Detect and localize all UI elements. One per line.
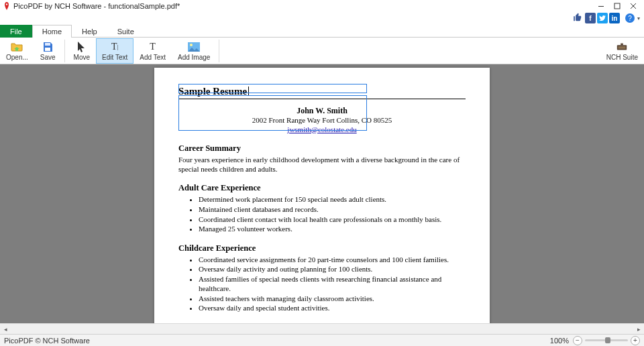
maximize-button[interactable] xyxy=(609,0,625,12)
zoom-in-button[interactable]: + xyxy=(631,336,640,345)
list-item[interactable]: Assisted teachers with managing daily cl… xyxy=(199,294,466,304)
list-item[interactable]: Assisted families of special needs clien… xyxy=(199,275,466,294)
open-folder-icon xyxy=(11,41,23,53)
doc-name[interactable]: John W. Smith xyxy=(178,106,466,116)
adult-bullets[interactable]: Determined work placement for 150 specia… xyxy=(178,195,466,234)
add-text-label: Add Text xyxy=(140,54,166,61)
svg-point-0 xyxy=(6,3,7,5)
save-button[interactable]: Save xyxy=(34,38,62,64)
zoom-label: 100% xyxy=(550,337,569,345)
minimize-button[interactable] xyxy=(593,0,609,12)
tab-suite[interactable]: Suite xyxy=(107,25,144,38)
zoom-slider[interactable]: − + xyxy=(573,336,640,345)
list-item[interactable]: Determined work placement for 150 specia… xyxy=(199,195,466,205)
section-career-summary-p[interactable]: Four years experience in early childhood… xyxy=(178,156,466,174)
status-copyright: PicoPDF © NCH Software xyxy=(4,337,90,345)
list-item[interactable]: Maintained client databases and records. xyxy=(199,205,466,215)
svg-point-8 xyxy=(190,44,193,46)
add-text-button[interactable]: T Add Text xyxy=(133,38,172,64)
like-icon[interactable] xyxy=(573,13,584,23)
doc-email-row[interactable]: jwsmith@colostate.edu xyxy=(178,125,466,135)
doc-title[interactable]: Sample Resume xyxy=(178,85,466,99)
titlebar: PicoPDF by NCH Software - functionalSamp… xyxy=(0,0,644,12)
doc-address[interactable]: 2002 Front Range Way Fort Collins, CO 80… xyxy=(178,116,466,125)
list-item[interactable]: Managed 25 volunteer workers. xyxy=(199,225,466,234)
tab-home[interactable]: Home xyxy=(32,25,72,38)
edit-text-button[interactable]: T| Edit Text xyxy=(96,38,133,64)
svg-rect-10 xyxy=(621,43,624,45)
facebook-icon[interactable]: f xyxy=(585,13,596,23)
add-text-icon: T xyxy=(147,41,159,53)
tab-file[interactable]: File xyxy=(0,25,32,38)
section-child-h[interactable]: Childcare Experience xyxy=(178,243,466,254)
section-adult-h[interactable]: Adult Care Experience xyxy=(178,183,466,194)
save-label: Save xyxy=(40,54,56,61)
doc-email[interactable]: jwsmith@colostate.edu xyxy=(287,125,356,133)
list-item[interactable]: Oversaw daily and special student activi… xyxy=(199,304,466,313)
window-title: PicoPDF by NCH Software - functionalSamp… xyxy=(13,2,593,10)
svg-rect-11 xyxy=(619,46,626,49)
list-item[interactable]: Coordinated service assignments for 20 p… xyxy=(199,255,466,265)
toolbar: Open... Save Move T| Edit Text T Add Tex… xyxy=(0,38,644,64)
help-dropdown-icon[interactable]: ▾ xyxy=(636,15,641,21)
section-career-summary-h[interactable]: Career Summary xyxy=(178,143,466,154)
list-item[interactable]: Coordinated client contact with local he… xyxy=(199,215,466,225)
menubar: File Home Help Suite xyxy=(0,24,644,38)
svg-rect-6 xyxy=(45,48,50,51)
list-item[interactable]: Oversaw daily activity and outing planni… xyxy=(199,265,466,274)
zoom-thumb[interactable] xyxy=(605,337,610,343)
app-icon xyxy=(3,2,11,10)
nch-suite-icon xyxy=(616,41,628,53)
nch-suite-label: NCH Suite xyxy=(606,54,638,61)
save-icon xyxy=(42,41,54,53)
twitter-icon[interactable] xyxy=(597,13,608,23)
move-cursor-icon xyxy=(76,41,88,53)
add-image-label: Add Image xyxy=(178,54,210,61)
nch-suite-button[interactable]: NCH Suite xyxy=(600,38,644,64)
open-label: Open... xyxy=(6,54,28,61)
svg-rect-5 xyxy=(45,43,50,46)
text-cursor xyxy=(248,86,249,96)
move-label: Move xyxy=(74,54,90,61)
doc-title-text: Sample Resume xyxy=(178,85,247,98)
child-bullets[interactable]: Coordinated service assignments for 20 p… xyxy=(178,255,466,314)
zoom-track[interactable] xyxy=(585,339,628,341)
close-button[interactable] xyxy=(625,0,641,12)
scroll-left-icon[interactable]: ◂ xyxy=(0,324,11,335)
social-row: f in ? ▾ xyxy=(0,12,644,24)
pdf-page[interactable]: Sample Resume John W. Smith 2002 Front R… xyxy=(154,68,490,323)
add-image-icon xyxy=(188,41,200,53)
linkedin-icon[interactable]: in xyxy=(609,13,620,23)
svg-rect-2 xyxy=(614,3,620,9)
scroll-track[interactable] xyxy=(11,325,633,334)
add-image-button[interactable]: Add Image xyxy=(172,38,216,64)
scroll-right-icon[interactable]: ▸ xyxy=(633,324,644,335)
statusbar: PicoPDF © NCH Software 100% − + xyxy=(0,334,644,346)
edit-text-icon: T| xyxy=(109,41,121,53)
move-button[interactable]: Move xyxy=(68,38,96,64)
tab-help[interactable]: Help xyxy=(72,25,107,38)
edit-text-label: Edit Text xyxy=(102,54,127,61)
open-button[interactable]: Open... xyxy=(0,38,34,64)
horizontal-scrollbar[interactable]: ◂ ▸ xyxy=(0,323,644,334)
section-emp-h[interactable]: Employment History xyxy=(178,323,466,323)
help-icon[interactable]: ? xyxy=(625,13,635,23)
document-area[interactable]: Sample Resume John W. Smith 2002 Front R… xyxy=(0,64,644,323)
zoom-out-button[interactable]: − xyxy=(573,336,582,345)
svg-rect-1 xyxy=(598,6,604,7)
